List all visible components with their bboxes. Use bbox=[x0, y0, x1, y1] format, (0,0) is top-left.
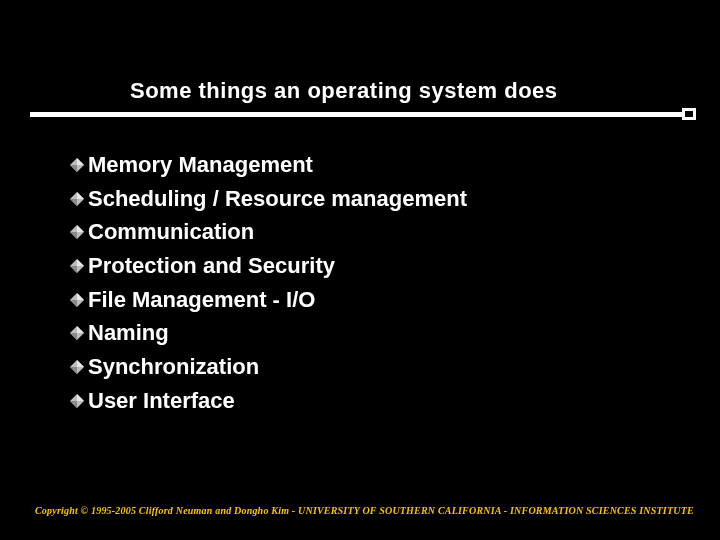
diamond-bullet-icon bbox=[70, 293, 84, 307]
svg-marker-13 bbox=[77, 293, 84, 300]
list-item: Scheduling / Resource management bbox=[70, 184, 467, 214]
title-underline bbox=[30, 112, 690, 117]
diamond-bullet-icon bbox=[70, 326, 84, 340]
svg-marker-20 bbox=[70, 367, 77, 374]
svg-marker-11 bbox=[70, 266, 77, 273]
svg-marker-22 bbox=[77, 394, 84, 401]
svg-marker-17 bbox=[70, 333, 77, 340]
diamond-bullet-icon bbox=[70, 225, 84, 239]
diamond-bullet-icon bbox=[70, 259, 84, 273]
diamond-bullet-icon bbox=[70, 192, 84, 206]
svg-marker-8 bbox=[70, 232, 77, 239]
list-item-text: Synchronization bbox=[88, 352, 259, 382]
svg-marker-7 bbox=[77, 225, 84, 232]
list-item-text: Protection and Security bbox=[88, 251, 335, 281]
list-item: File Management - I/O bbox=[70, 285, 467, 315]
svg-marker-14 bbox=[70, 300, 77, 307]
svg-marker-23 bbox=[70, 401, 77, 408]
svg-marker-1 bbox=[77, 158, 84, 165]
list-item: Memory Management bbox=[70, 150, 467, 180]
svg-marker-4 bbox=[77, 192, 84, 199]
list-item: Naming bbox=[70, 318, 467, 348]
copyright-footer: Copyright © 1995-2005 Clifford Neuman an… bbox=[35, 505, 694, 516]
svg-marker-10 bbox=[77, 259, 84, 266]
list-item: User Interface bbox=[70, 386, 467, 416]
list-item-text: Scheduling / Resource management bbox=[88, 184, 467, 214]
list-item-text: Naming bbox=[88, 318, 169, 348]
svg-marker-5 bbox=[70, 199, 77, 206]
list-item-text: Memory Management bbox=[88, 150, 313, 180]
diamond-bullet-icon bbox=[70, 158, 84, 172]
list-item: Protection and Security bbox=[70, 251, 467, 281]
slide-title: Some things an operating system does bbox=[130, 78, 720, 104]
list-item-text: Communication bbox=[88, 217, 254, 247]
slide: Some things an operating system does Mem… bbox=[0, 0, 720, 540]
list-item: Communication bbox=[70, 217, 467, 247]
svg-marker-16 bbox=[77, 326, 84, 333]
list-item: Synchronization bbox=[70, 352, 467, 382]
bullet-list: Memory Management Scheduling / Resource … bbox=[70, 150, 467, 420]
svg-marker-2 bbox=[70, 165, 77, 172]
list-item-text: File Management - I/O bbox=[88, 285, 315, 315]
diamond-bullet-icon bbox=[70, 360, 84, 374]
list-item-text: User Interface bbox=[88, 386, 235, 416]
rule-bar bbox=[30, 112, 690, 117]
svg-marker-19 bbox=[77, 360, 84, 367]
rule-endcap-hollow bbox=[684, 110, 694, 118]
title-container: Some things an operating system does bbox=[0, 78, 720, 104]
diamond-bullet-icon bbox=[70, 394, 84, 408]
